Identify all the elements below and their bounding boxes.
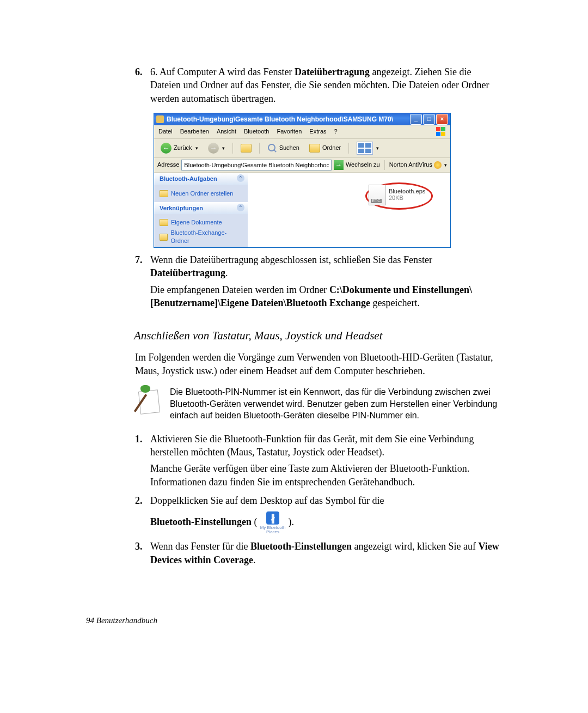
menu-item[interactable]: Bearbeiten [180, 127, 209, 136]
norton-button[interactable]: Norton AntiVirus ▾ [389, 161, 447, 169]
step-number: 2. [135, 494, 150, 534]
bluetooth-icon [156, 115, 164, 123]
collapse-icon: ⌃ [237, 174, 244, 182]
menu-item[interactable]: Ansicht [217, 127, 236, 136]
step-text: Wenn die Dateiübertragung abgeschlossen … [150, 253, 502, 309]
window-body: Bluetooth-Aufgaben ⌃ Neuen Ordner erstel… [154, 173, 450, 247]
page-footer: 94 Benutzerhandbuch [86, 615, 157, 626]
collapse-icon: ⌃ [237, 204, 244, 211]
tasks-sidebar: Bluetooth-Aufgaben ⌃ Neuen Ordner erstel… [154, 173, 248, 247]
sidebar-item[interactable]: Bluetooth-Exchange-Ordner [160, 228, 242, 246]
note-icon [135, 386, 160, 415]
menu-item[interactable]: Favoriten [277, 127, 302, 136]
panel-header[interactable]: Bluetooth-Aufgaben ⌃ [154, 173, 248, 185]
menubar: Datei Bearbeiten Ansicht Bluetooth Favor… [154, 125, 450, 139]
window-titlebar: Bluetooth-Umgebung\Gesamte Bluetooth Nei… [154, 113, 450, 125]
sidebar-item[interactable]: Neuen Ordner erstellen [160, 188, 242, 199]
step-text: Aktivieren Sie die Bluetooth-Funktion fü… [150, 432, 502, 489]
bluetooth-desktop-icon: ∦ My Bluetooth Places [260, 511, 286, 534]
folder-icon [160, 190, 168, 197]
go-label: Wechseln zu [346, 161, 380, 169]
folders-button[interactable]: Ordner [306, 143, 344, 154]
file-item[interactable]: Bluetooth.eps 20KB [369, 185, 425, 205]
forward-button[interactable]: → ▾ [205, 142, 228, 155]
folder-icon [160, 219, 168, 226]
intro-paragraph: Im Folgenden werden die Vorgänge zum Ver… [135, 351, 502, 377]
minimize-button[interactable]: _ [410, 114, 422, 125]
step-number: 7. [135, 253, 150, 309]
address-input[interactable] [181, 160, 332, 170]
chevron-down-icon: ▾ [376, 145, 379, 151]
menu-item[interactable]: ? [334, 127, 338, 136]
note-text: Die Bluetooth-PIN-Nummer ist ein Kennwor… [170, 386, 502, 422]
folder-up-icon [241, 144, 252, 153]
go-button[interactable]: → [334, 160, 344, 170]
back-arrow-icon: ← [161, 143, 171, 154]
folder-icon [309, 144, 320, 153]
chevron-down-icon: ▾ [444, 162, 447, 168]
step-number: 6. [135, 65, 150, 105]
norton-icon [434, 161, 442, 169]
menu-item[interactable]: Bluetooth [244, 127, 269, 136]
step-2: 2. Doppelklicken Sie auf dem Desktop auf… [135, 494, 502, 534]
back-button[interactable]: ← Zurück ▾ [157, 142, 201, 155]
sidebar-item[interactable]: Eigene Dokumente [160, 217, 242, 228]
step-text: Wenn das Fenster für die Bluetooth-Einst… [150, 540, 502, 566]
note-box: Die Bluetooth-PIN-Nummer ist ein Kennwor… [135, 386, 502, 422]
menu-item[interactable]: Extras [309, 127, 326, 136]
panel-header[interactable]: Verknüpfungen ⌃ [154, 202, 248, 215]
step-text: 6. Auf Computer A wird das Fenster Datei… [150, 65, 502, 105]
folder-content: Bluetooth.eps 20KB [248, 173, 450, 247]
step-number: 1. [135, 432, 150, 489]
toolbar: ← Zurück ▾ → ▾ Suchen Ordner [154, 139, 450, 158]
menu-item[interactable]: Datei [158, 127, 173, 136]
step-number: 3. [135, 540, 150, 566]
address-label: Adresse [157, 161, 179, 169]
close-button[interactable]: × [436, 114, 448, 125]
view-button[interactable]: ▾ [353, 141, 382, 156]
forward-arrow-icon: → [208, 143, 219, 154]
file-icon [369, 185, 386, 205]
bluetooth-glyph-icon: ∦ [266, 511, 279, 525]
up-button[interactable] [237, 143, 255, 154]
step-7: 7. Wenn die Dateiübertragung abgeschloss… [135, 253, 502, 309]
subheading: Anschließen von Tastatur, Maus, Joystick… [134, 328, 502, 343]
step-1: 1. Aktivieren Sie die Bluetooth-Funktion… [135, 432, 502, 489]
step-text: Doppelklicken Sie auf dem Desktop auf da… [150, 494, 502, 534]
search-button[interactable]: Suchen [264, 142, 303, 154]
embedded-window: Bluetooth-Umgebung\Gesamte Bluetooth Nei… [154, 113, 451, 248]
chevron-down-icon: ▾ [222, 145, 225, 151]
chevron-down-icon: ▾ [195, 145, 198, 151]
maximize-button[interactable]: □ [423, 114, 435, 125]
windows-logo-icon [436, 127, 446, 137]
search-icon [267, 143, 277, 153]
addressbar: Adresse → Wechseln zu Norton AntiVirus ▾ [154, 158, 450, 173]
view-icon [357, 142, 373, 155]
step-6: 6. 6. Auf Computer A wird das Fenster Da… [135, 65, 502, 105]
folder-icon [160, 234, 168, 241]
window-title: Bluetooth-Umgebung\Gesamte Bluetooth Nei… [167, 115, 393, 124]
step-3: 3. Wenn das Fenster für die Bluetooth-Ei… [135, 540, 502, 566]
